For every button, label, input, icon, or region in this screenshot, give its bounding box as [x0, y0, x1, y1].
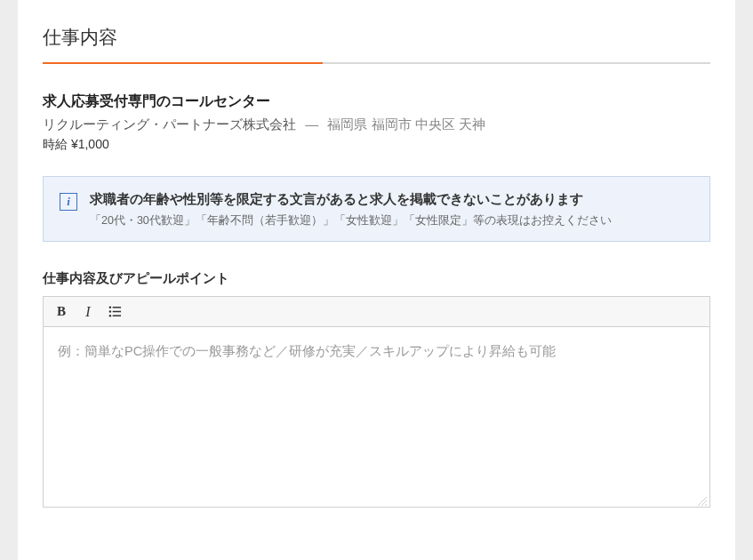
job-title: 求人応募受付専門のコールセンター: [43, 92, 710, 111]
info-subtitle: 「20代・30代歓迎」「年齢不問（若手歓迎）」「女性歓迎」「女性限定」等の表現は…: [90, 213, 693, 228]
rich-text-editor: B I 例：簡単なPC操作での一般事務など／研修が充実／スキルアップにより昇給も…: [43, 296, 710, 508]
info-icon: i: [60, 193, 77, 211]
info-icon-glyph: i: [67, 195, 70, 209]
section-title: 仕事内容: [43, 25, 710, 50]
italic-button[interactable]: I: [76, 300, 100, 324]
svg-rect-5: [112, 315, 120, 316]
svg-point-2: [108, 310, 110, 312]
info-content: 求職者の年齢や性別等を限定する文言があると求人を掲載できないことがあります 「2…: [90, 191, 693, 228]
resize-handle[interactable]: [696, 493, 707, 504]
separator: —: [305, 116, 318, 132]
editor-textarea[interactable]: 例：簡単なPC操作での一般事務など／研修が充実／スキルアップにより昇給も可能: [44, 327, 709, 507]
editor-toolbar: B I: [44, 297, 709, 327]
job-location: 福岡県 福岡市 中央区 天神: [327, 116, 485, 132]
bullet-list-icon: [108, 305, 122, 318]
svg-point-4: [108, 315, 110, 316]
company-location-row: リクルーティング・パートナーズ株式会社 — 福岡県 福岡市 中央区 天神: [43, 116, 710, 133]
svg-rect-1: [112, 307, 120, 308]
editor-placeholder: 例：簡単なPC操作での一般事務など／研修が充実／スキルアップにより昇給も可能: [58, 344, 556, 358]
info-notice-box: i 求職者の年齢や性別等を限定する文言があると求人を掲載できないことがあります …: [43, 176, 710, 242]
bold-button[interactable]: B: [49, 300, 74, 324]
svg-point-0: [108, 307, 110, 308]
job-salary: 時給 ¥1,000: [43, 137, 710, 153]
svg-line-8: [705, 504, 707, 506]
bullet-list-button[interactable]: [102, 300, 127, 324]
field-label: 仕事内容及びアピールポイント: [43, 270, 710, 287]
job-content-card: 仕事内容 求人応募受付専門のコールセンター リクルーティング・パートナーズ株式会…: [18, 0, 735, 560]
svg-rect-3: [112, 311, 120, 313]
company-name: リクルーティング・パートナーズ株式会社: [43, 116, 296, 132]
title-underline: [43, 62, 710, 64]
resize-icon: [696, 495, 707, 506]
info-title: 求職者の年齢や性別等を限定する文言があると求人を掲載できないことがあります: [90, 191, 693, 208]
